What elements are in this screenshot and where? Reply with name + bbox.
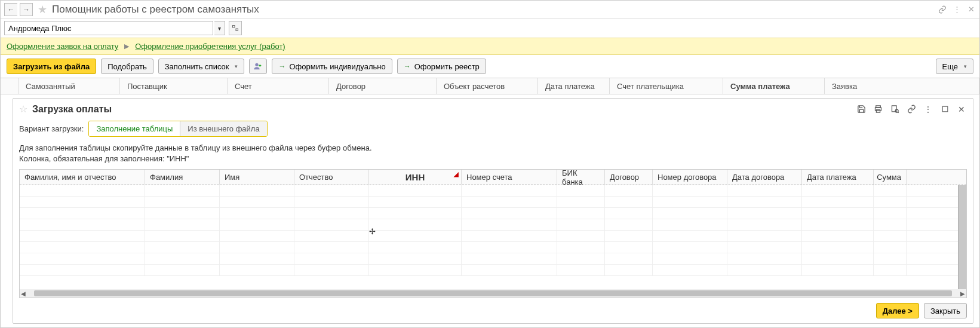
svg-point-2 [256,63,259,66]
window-title: Помощник работы с реестром самозанятых [52,4,935,16]
link-service-acquisition[interactable]: Оформление приобретения услуг (работ) [135,42,285,51]
next-button[interactable]: Далее > [876,303,919,318]
save-icon[interactable] [856,104,867,115]
col-payment-date[interactable]: Дата платежа [538,78,610,94]
print-icon[interactable] [873,104,883,115]
link-icon[interactable] [938,5,947,14]
col-contract[interactable]: Договор [329,78,437,94]
seg-fill-table[interactable]: Заполнение таблицы [89,121,180,136]
col-account[interactable]: Счет [228,78,329,94]
organization-input[interactable] [4,21,213,35]
fill-list-button[interactable]: Заполнить список [158,59,245,74]
svg-rect-0 [233,26,235,28]
table-row[interactable] [20,208,966,219]
link-icon[interactable] [906,104,917,115]
col-payment-amount[interactable]: Сумма платежа [723,78,825,94]
variant-segmented-control: Заполнение таблицы Из внешнего файла [88,121,267,137]
grid-header-cell[interactable]: Имя [220,170,294,185]
nav-back-button[interactable]: ← [4,3,17,16]
select-button[interactable]: Подобрать [101,59,153,74]
seg-external-file[interactable]: Из внешнего файла [180,121,266,136]
grid-header-cell[interactable]: Договор [605,170,653,185]
kebab-menu-icon[interactable]: ⋮ [952,5,961,14]
table-row[interactable] [20,265,966,276]
description-text: Для заполнения таблицы скопируйте данные… [19,143,967,164]
grid-header-cell[interactable]: Фамилия, имя и отчество [20,170,145,185]
favorite-star-icon[interactable]: ★ [38,3,47,16]
table-row[interactable] [20,197,966,208]
grid-header-cell[interactable]: ИНН◢ [369,170,462,185]
required-marker-icon: ◢ [454,171,459,177]
process-links-bar: Оформление заявок на оплату ▶ Оформление… [1,38,979,55]
grid-header-cell[interactable]: Дата договора [727,170,802,185]
horizontal-scrollbar[interactable]: ◀▶ [20,289,966,298]
grid-header-cell[interactable]: Номер договора [653,170,727,185]
nav-forward-button[interactable]: → [20,3,33,16]
preview-icon[interactable] [889,104,900,115]
individual-button[interactable]: →Оформить индивидуально [272,59,392,74]
main-table-header: Самозанятый Поставщик Счет Договор Объек… [1,78,979,94]
grid-header-cell[interactable]: Дата платежа [802,170,874,185]
col-settlement-object[interactable]: Объект расчетов [437,78,538,94]
close-icon[interactable]: ✕ [966,5,976,14]
svg-rect-1 [236,29,238,31]
arrow-right-icon: → [278,62,285,70]
table-row[interactable] [20,185,966,197]
organization-dropdown-button[interactable]: ▾ [214,21,225,35]
variant-label: Вариант загрузки: [19,124,84,133]
close-icon[interactable]: ✕ [956,104,967,115]
chevron-right-icon: ▶ [124,42,129,50]
load-from-file-button[interactable]: Загрузить из файла [7,59,96,74]
grid-header-cell[interactable]: Сумма [874,170,907,185]
col-payer-account[interactable]: Счет плательщика [610,78,723,94]
registry-button[interactable]: →Оформить реестр [397,59,486,74]
add-user-button[interactable] [249,59,267,74]
data-grid[interactable]: Фамилия, имя и отчествоФамилияИмяОтчеств… [19,169,967,298]
maximize-icon[interactable] [939,104,950,115]
svg-rect-8 [942,106,948,112]
col-self-employed[interactable]: Самозанятый [19,78,120,94]
grid-header-cell[interactable]: Номер счета [462,170,557,185]
vertical-scrollbar[interactable] [958,185,966,289]
grid-header-cell[interactable]: БИК банка [557,170,605,185]
inner-title: Загрузка оплаты [32,104,851,115]
link-payment-requests[interactable]: Оформление заявок на оплату [7,42,118,51]
close-button[interactable]: Закрыть [924,303,967,318]
kebab-menu-icon[interactable]: ⋮ [923,104,933,115]
favorite-star-icon[interactable]: ☆ [19,103,27,115]
organization-open-button[interactable] [229,21,242,35]
table-row[interactable] [20,231,966,242]
table-row[interactable] [20,219,966,231]
svg-rect-6 [892,106,896,112]
grid-header-cell[interactable]: Отчество [294,170,369,185]
grid-header-cell[interactable]: Фамилия [145,170,220,185]
more-button[interactable]: Еще [936,59,973,74]
table-row[interactable] [20,253,966,265]
col-supplier[interactable]: Поставщик [120,78,228,94]
arrow-right-icon: → [404,62,411,70]
table-row[interactable] [20,242,966,253]
col-request[interactable]: Заявка [825,78,979,94]
